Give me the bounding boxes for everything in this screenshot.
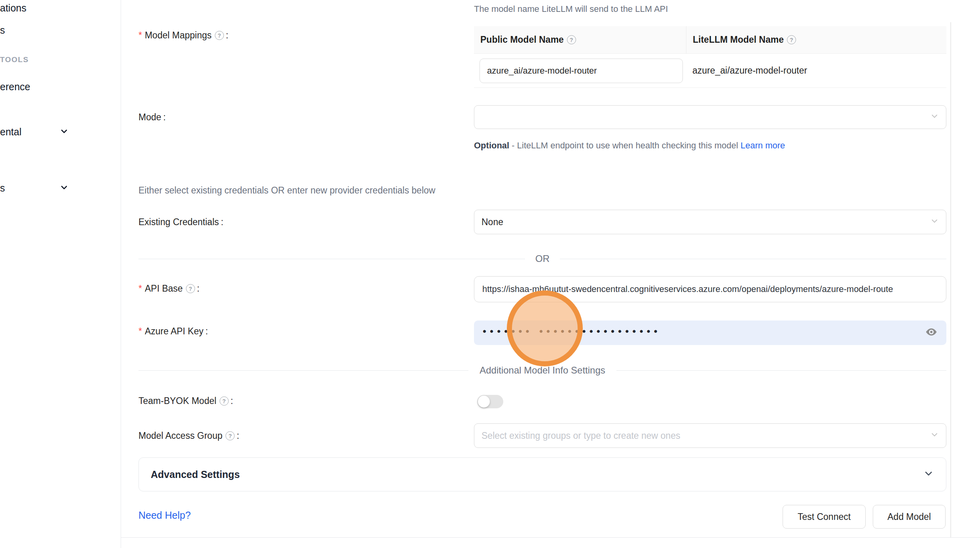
existing-credentials-label: Existing Credentials : (138, 217, 224, 228)
sidebar-item-experimental[interactable]: ental (0, 126, 21, 138)
model-mappings-label: * Model Mappings ? : (138, 30, 228, 41)
existing-credentials-select[interactable]: None (474, 210, 946, 234)
model-access-group-select[interactable]: Select existing groups or type to create… (474, 423, 946, 448)
or-divider: OR (138, 253, 946, 264)
model-mappings-table-header: Public Model Name ? LiteLLM Model Name ? (474, 26, 946, 54)
sidebar-section-tools: TOOLS (0, 55, 29, 64)
model-name-helper-text: The model name LiteLLM will send to the … (474, 4, 668, 14)
sidebar: ations s TOOLS erence ental s (0, 0, 121, 548)
public-model-name-input[interactable] (480, 59, 683, 83)
learn-more-link[interactable]: Learn more (741, 140, 785, 150)
add-model-page: ations s TOOLS erence ental s The model … (0, 0, 980, 548)
mode-select[interactable] (474, 105, 946, 129)
help-icon[interactable]: ? (567, 35, 576, 44)
toggle-knob (478, 396, 490, 408)
team-byok-toggle[interactable] (477, 395, 503, 408)
chevron-down-icon (923, 468, 934, 481)
advanced-settings-panel[interactable]: Advanced Settings (138, 457, 946, 491)
api-base-input[interactable] (474, 276, 946, 302)
sidebar-item-integrations[interactable]: ations (0, 2, 27, 14)
advanced-settings-label: Advanced Settings (151, 469, 240, 480)
sidebar-item-inference[interactable]: erence (0, 81, 30, 93)
azure-api-key-input[interactable]: ••••••• ••••••••••••••••• (474, 320, 946, 345)
existing-credentials-value: None (481, 217, 503, 228)
litellm-model-name-value: azure_ai/azure-model-router (686, 65, 946, 76)
credentials-note: Either select existing credentials OR en… (138, 185, 435, 196)
chevron-down-icon (930, 112, 939, 123)
chevron-down-icon (930, 216, 939, 228)
chevron-down-icon[interactable] (59, 183, 69, 192)
public-model-name-header: Public Model Name ? (474, 34, 686, 45)
card-bottom-border (121, 537, 980, 538)
model-mappings-table-row: azure_ai/azure-model-router (474, 54, 946, 88)
help-icon[interactable]: ? (226, 431, 235, 440)
team-byok-label: Team-BYOK Model ? : (138, 396, 233, 406)
masked-api-key-value: ••••••• ••••••••••••••••• (483, 319, 661, 343)
sidebar-item-settings[interactable]: s (0, 182, 5, 194)
divider-line (560, 259, 946, 259)
chevron-down-icon (930, 430, 939, 441)
required-mark: * (138, 30, 142, 41)
divider-line (138, 259, 525, 259)
help-icon[interactable]: ? (186, 284, 195, 293)
eye-icon[interactable] (925, 326, 938, 340)
scrollbar-track[interactable] (950, 22, 951, 537)
chevron-down-icon[interactable] (59, 127, 69, 136)
litellm-model-name-header: LiteLLM Model Name ? (686, 26, 946, 54)
required-mark: * (138, 283, 142, 294)
model-access-group-placeholder: Select existing groups or type to create… (481, 430, 680, 441)
need-help-link[interactable]: Need Help? (138, 510, 191, 521)
help-icon[interactable]: ? (787, 35, 796, 44)
azure-api-key-label: * Azure API Key : (138, 326, 208, 337)
required-mark: * (138, 326, 142, 337)
help-icon[interactable]: ? (215, 31, 224, 40)
divider-line (616, 370, 946, 371)
additional-settings-divider: Additional Model Info Settings (138, 365, 946, 376)
sidebar-item-models[interactable]: s (0, 25, 5, 36)
help-icon[interactable]: ? (220, 396, 229, 406)
mode-label: Mode : (138, 112, 166, 123)
model-mappings-table: Public Model Name ? LiteLLM Model Name ?… (474, 26, 946, 88)
test-connect-button[interactable]: Test Connect (783, 505, 866, 529)
add-model-button[interactable]: Add Model (873, 505, 946, 529)
mode-helper-text: Optional - LiteLLM endpoint to use when … (474, 138, 798, 154)
api-base-label: * API Base ? : (138, 283, 199, 294)
model-access-group-label: Model Access Group ? : (138, 430, 239, 441)
divider-line (138, 370, 468, 371)
